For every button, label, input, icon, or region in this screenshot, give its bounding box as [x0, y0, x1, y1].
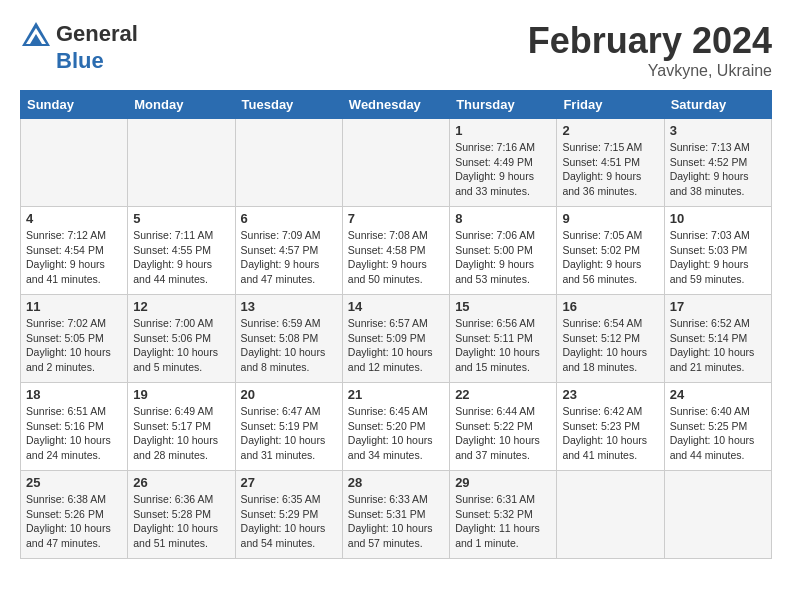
- day-number: 11: [26, 299, 122, 314]
- day-number: 17: [670, 299, 766, 314]
- day-number: 28: [348, 475, 444, 490]
- calendar-cell: 28Sunrise: 6:33 AM Sunset: 5:31 PM Dayli…: [342, 471, 449, 559]
- calendar-cell: [664, 471, 771, 559]
- day-info: Sunrise: 7:11 AM Sunset: 4:55 PM Dayligh…: [133, 228, 229, 287]
- day-info: Sunrise: 6:47 AM Sunset: 5:19 PM Dayligh…: [241, 404, 337, 463]
- day-info: Sunrise: 7:05 AM Sunset: 5:02 PM Dayligh…: [562, 228, 658, 287]
- calendar-cell: 2Sunrise: 7:15 AM Sunset: 4:51 PM Daylig…: [557, 119, 664, 207]
- calendar-cell: 8Sunrise: 7:06 AM Sunset: 5:00 PM Daylig…: [450, 207, 557, 295]
- calendar-cell: 3Sunrise: 7:13 AM Sunset: 4:52 PM Daylig…: [664, 119, 771, 207]
- day-info: Sunrise: 6:56 AM Sunset: 5:11 PM Dayligh…: [455, 316, 551, 375]
- day-number: 22: [455, 387, 551, 402]
- day-number: 12: [133, 299, 229, 314]
- col-header-monday: Monday: [128, 91, 235, 119]
- day-info: Sunrise: 7:12 AM Sunset: 4:54 PM Dayligh…: [26, 228, 122, 287]
- day-number: 26: [133, 475, 229, 490]
- col-header-tuesday: Tuesday: [235, 91, 342, 119]
- day-number: 2: [562, 123, 658, 138]
- calendar-cell: 5Sunrise: 7:11 AM Sunset: 4:55 PM Daylig…: [128, 207, 235, 295]
- calendar-cell: [557, 471, 664, 559]
- calendar-cell: [235, 119, 342, 207]
- calendar-cell: 17Sunrise: 6:52 AM Sunset: 5:14 PM Dayli…: [664, 295, 771, 383]
- calendar-cell: 22Sunrise: 6:44 AM Sunset: 5:22 PM Dayli…: [450, 383, 557, 471]
- calendar-cell: 7Sunrise: 7:08 AM Sunset: 4:58 PM Daylig…: [342, 207, 449, 295]
- calendar-cell: 23Sunrise: 6:42 AM Sunset: 5:23 PM Dayli…: [557, 383, 664, 471]
- calendar-cell: 19Sunrise: 6:49 AM Sunset: 5:17 PM Dayli…: [128, 383, 235, 471]
- day-info: Sunrise: 7:13 AM Sunset: 4:52 PM Dayligh…: [670, 140, 766, 199]
- calendar-cell: 16Sunrise: 6:54 AM Sunset: 5:12 PM Dayli…: [557, 295, 664, 383]
- day-number: 7: [348, 211, 444, 226]
- col-header-wednesday: Wednesday: [342, 91, 449, 119]
- day-info: Sunrise: 7:16 AM Sunset: 4:49 PM Dayligh…: [455, 140, 551, 199]
- day-number: 13: [241, 299, 337, 314]
- day-number: 5: [133, 211, 229, 226]
- calendar-cell: 21Sunrise: 6:45 AM Sunset: 5:20 PM Dayli…: [342, 383, 449, 471]
- week-row: 11Sunrise: 7:02 AM Sunset: 5:05 PM Dayli…: [21, 295, 772, 383]
- day-number: 8: [455, 211, 551, 226]
- month-title: February 2024: [528, 20, 772, 62]
- logo-icon: [20, 20, 52, 48]
- location: Yavkyne, Ukraine: [528, 62, 772, 80]
- calendar-cell: [342, 119, 449, 207]
- day-number: 27: [241, 475, 337, 490]
- day-info: Sunrise: 6:31 AM Sunset: 5:32 PM Dayligh…: [455, 492, 551, 551]
- calendar-cell: 20Sunrise: 6:47 AM Sunset: 5:19 PM Dayli…: [235, 383, 342, 471]
- calendar-cell: 25Sunrise: 6:38 AM Sunset: 5:26 PM Dayli…: [21, 471, 128, 559]
- day-info: Sunrise: 6:35 AM Sunset: 5:29 PM Dayligh…: [241, 492, 337, 551]
- calendar-cell: 15Sunrise: 6:56 AM Sunset: 5:11 PM Dayli…: [450, 295, 557, 383]
- day-number: 3: [670, 123, 766, 138]
- day-number: 19: [133, 387, 229, 402]
- logo-blue-text: Blue: [56, 48, 104, 74]
- week-row: 1Sunrise: 7:16 AM Sunset: 4:49 PM Daylig…: [21, 119, 772, 207]
- logo-general-text: General: [56, 21, 138, 47]
- calendar-cell: [21, 119, 128, 207]
- title-block: February 2024 Yavkyne, Ukraine: [528, 20, 772, 80]
- calendar-cell: 18Sunrise: 6:51 AM Sunset: 5:16 PM Dayli…: [21, 383, 128, 471]
- day-info: Sunrise: 6:36 AM Sunset: 5:28 PM Dayligh…: [133, 492, 229, 551]
- day-info: Sunrise: 6:38 AM Sunset: 5:26 PM Dayligh…: [26, 492, 122, 551]
- day-info: Sunrise: 6:42 AM Sunset: 5:23 PM Dayligh…: [562, 404, 658, 463]
- day-info: Sunrise: 7:15 AM Sunset: 4:51 PM Dayligh…: [562, 140, 658, 199]
- col-header-friday: Friday: [557, 91, 664, 119]
- day-info: Sunrise: 6:33 AM Sunset: 5:31 PM Dayligh…: [348, 492, 444, 551]
- day-number: 21: [348, 387, 444, 402]
- day-number: 1: [455, 123, 551, 138]
- day-info: Sunrise: 7:00 AM Sunset: 5:06 PM Dayligh…: [133, 316, 229, 375]
- calendar-cell: 1Sunrise: 7:16 AM Sunset: 4:49 PM Daylig…: [450, 119, 557, 207]
- calendar-cell: 13Sunrise: 6:59 AM Sunset: 5:08 PM Dayli…: [235, 295, 342, 383]
- day-number: 14: [348, 299, 444, 314]
- calendar-cell: 14Sunrise: 6:57 AM Sunset: 5:09 PM Dayli…: [342, 295, 449, 383]
- calendar-cell: 24Sunrise: 6:40 AM Sunset: 5:25 PM Dayli…: [664, 383, 771, 471]
- day-info: Sunrise: 7:03 AM Sunset: 5:03 PM Dayligh…: [670, 228, 766, 287]
- day-info: Sunrise: 7:09 AM Sunset: 4:57 PM Dayligh…: [241, 228, 337, 287]
- day-info: Sunrise: 6:51 AM Sunset: 5:16 PM Dayligh…: [26, 404, 122, 463]
- day-info: Sunrise: 6:57 AM Sunset: 5:09 PM Dayligh…: [348, 316, 444, 375]
- day-number: 4: [26, 211, 122, 226]
- day-info: Sunrise: 6:54 AM Sunset: 5:12 PM Dayligh…: [562, 316, 658, 375]
- day-info: Sunrise: 7:08 AM Sunset: 4:58 PM Dayligh…: [348, 228, 444, 287]
- day-number: 29: [455, 475, 551, 490]
- day-number: 23: [562, 387, 658, 402]
- calendar-cell: 10Sunrise: 7:03 AM Sunset: 5:03 PM Dayli…: [664, 207, 771, 295]
- calendar-cell: 12Sunrise: 7:00 AM Sunset: 5:06 PM Dayli…: [128, 295, 235, 383]
- calendar-cell: 9Sunrise: 7:05 AM Sunset: 5:02 PM Daylig…: [557, 207, 664, 295]
- calendar-cell: 4Sunrise: 7:12 AM Sunset: 4:54 PM Daylig…: [21, 207, 128, 295]
- calendar-cell: [128, 119, 235, 207]
- day-info: Sunrise: 6:45 AM Sunset: 5:20 PM Dayligh…: [348, 404, 444, 463]
- col-header-saturday: Saturday: [664, 91, 771, 119]
- col-header-thursday: Thursday: [450, 91, 557, 119]
- day-info: Sunrise: 7:06 AM Sunset: 5:00 PM Dayligh…: [455, 228, 551, 287]
- day-info: Sunrise: 6:49 AM Sunset: 5:17 PM Dayligh…: [133, 404, 229, 463]
- calendar-cell: 29Sunrise: 6:31 AM Sunset: 5:32 PM Dayli…: [450, 471, 557, 559]
- day-info: Sunrise: 6:52 AM Sunset: 5:14 PM Dayligh…: [670, 316, 766, 375]
- day-number: 15: [455, 299, 551, 314]
- calendar-cell: 26Sunrise: 6:36 AM Sunset: 5:28 PM Dayli…: [128, 471, 235, 559]
- week-row: 25Sunrise: 6:38 AM Sunset: 5:26 PM Dayli…: [21, 471, 772, 559]
- day-info: Sunrise: 6:59 AM Sunset: 5:08 PM Dayligh…: [241, 316, 337, 375]
- day-info: Sunrise: 6:44 AM Sunset: 5:22 PM Dayligh…: [455, 404, 551, 463]
- day-number: 24: [670, 387, 766, 402]
- week-row: 18Sunrise: 6:51 AM Sunset: 5:16 PM Dayli…: [21, 383, 772, 471]
- page-header: General Blue February 2024 Yavkyne, Ukra…: [20, 20, 772, 80]
- day-number: 9: [562, 211, 658, 226]
- calendar-cell: 27Sunrise: 6:35 AM Sunset: 5:29 PM Dayli…: [235, 471, 342, 559]
